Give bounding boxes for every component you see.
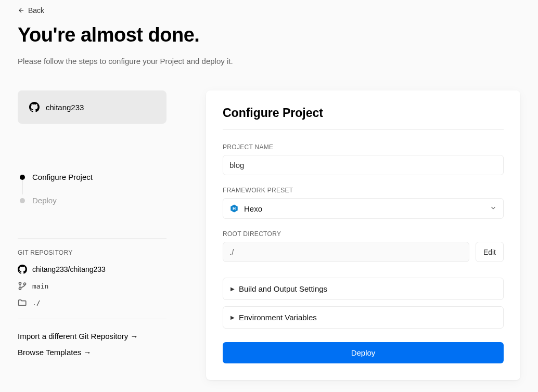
- chevron-down-icon: [490, 204, 497, 213]
- git-repo-heading: GIT REPOSITORY: [18, 249, 166, 256]
- accordion-label: Build and Output Settings: [239, 284, 327, 293]
- repo-root: ./: [32, 299, 41, 307]
- divider: [18, 238, 166, 239]
- repo-name-line: chitang233/chitang233: [18, 265, 166, 274]
- owner-name: chitang233: [46, 103, 84, 112]
- folder-icon: [18, 298, 27, 307]
- step-dot-icon: [20, 175, 25, 180]
- divider: [18, 319, 166, 319]
- triangle-right-icon: ▶: [230, 286, 235, 292]
- github-icon: [29, 102, 40, 112]
- divider: [223, 129, 504, 130]
- project-name-input[interactable]: [223, 155, 504, 175]
- back-link[interactable]: Back: [18, 6, 44, 15]
- svg-text:H: H: [233, 206, 236, 211]
- step-dot-icon: [20, 198, 25, 203]
- framework-preset-select[interactable]: H Hexo: [223, 198, 504, 219]
- svg-point-0: [19, 282, 21, 284]
- page-subtitle: Please follow the steps to configure you…: [18, 57, 520, 66]
- step-configure: Configure Project: [18, 171, 166, 184]
- page-title: You're almost done.: [18, 24, 520, 46]
- step-label: Configure Project: [32, 173, 93, 181]
- step-deploy: Deploy: [18, 194, 166, 207]
- framework-preset-label: FRAMEWORK PRESET: [223, 187, 504, 194]
- svg-point-1: [19, 288, 21, 290]
- project-name-label: PROJECT NAME: [223, 143, 504, 151]
- step-connector: [22, 180, 23, 194]
- import-different-repo-link[interactable]: Import a different Git Repository: [18, 332, 166, 341]
- build-output-accordion[interactable]: ▶ Build and Output Settings: [223, 278, 504, 300]
- browse-templates-link[interactable]: Browse Templates: [18, 348, 166, 357]
- github-icon: [18, 265, 27, 274]
- svg-point-2: [23, 283, 25, 285]
- repo-branch-line: main: [18, 281, 166, 291]
- steps-list: Configure Project Deploy: [18, 171, 166, 207]
- configure-card: Configure Project PROJECT NAME FRAMEWORK…: [206, 90, 520, 380]
- framework-value: Hexo: [244, 204, 262, 213]
- env-vars-accordion[interactable]: ▶ Environment Variables: [223, 306, 504, 329]
- owner-card[interactable]: chitang233: [18, 90, 166, 124]
- triangle-right-icon: ▶: [230, 315, 235, 320]
- accordion-label: Environment Variables: [239, 313, 317, 322]
- hexo-icon: H: [229, 204, 239, 213]
- root-directory-input[interactable]: [223, 242, 469, 262]
- step-label: Deploy: [32, 196, 57, 205]
- arrow-left-icon: [18, 7, 25, 14]
- root-directory-label: ROOT DIRECTORY: [223, 230, 504, 238]
- repo-branch: main: [32, 282, 48, 290]
- back-label: Back: [28, 6, 44, 15]
- repo-name: chitang233/chitang233: [32, 265, 106, 273]
- configure-heading: Configure Project: [223, 106, 504, 120]
- git-branch-icon: [18, 281, 27, 291]
- deploy-button[interactable]: Deploy: [223, 342, 504, 363]
- repo-root-line: ./: [18, 298, 166, 307]
- edit-root-button[interactable]: Edit: [476, 242, 504, 262]
